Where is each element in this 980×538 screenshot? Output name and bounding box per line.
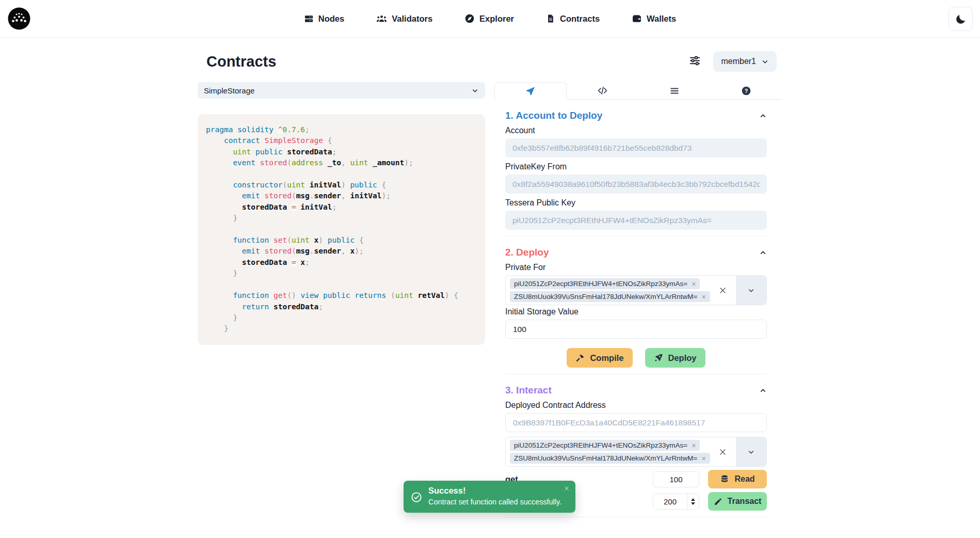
tag-label: piU2051ZcP2ecpt3REthHJFW4+tENOsZikRpz33y… <box>514 441 687 450</box>
nav-item-nodes[interactable]: Nodes <box>301 13 347 25</box>
page-head: Contracts member1 <box>198 51 782 72</box>
settings-sliders-button[interactable] <box>689 55 701 68</box>
nav-item-explorer[interactable]: Explorer <box>461 13 517 25</box>
nav-item-label: Validators <box>392 14 432 24</box>
theme-toggle-button[interactable] <box>949 7 973 31</box>
svg-text:?: ? <box>745 87 748 93</box>
tag-label: ZSU8mUuok39VuSnsFmHal178JdUNekw/XmYLArRn… <box>514 454 698 463</box>
private-for-tag: piU2051ZcP2ecpt3REthHJFW4+tENOsZikRpz33y… <box>510 440 700 451</box>
nav-item-contracts[interactable]: Contracts <box>543 13 603 25</box>
rocket-icon <box>654 353 663 362</box>
tab-logs[interactable] <box>638 82 711 99</box>
private-for-tag: ZSU8mUuok39VuSnsFmHal178JdUNekw/XmYLArRn… <box>510 453 710 464</box>
section-account-header: 1. Account to Deploy <box>505 110 767 121</box>
moon-icon <box>955 13 967 25</box>
initial-storage-input[interactable] <box>505 320 767 339</box>
solidity-source-code: pragma solidity ^0.7.6; contract SimpleS… <box>198 114 485 345</box>
section-deploy-title: 2. Deploy <box>505 247 549 258</box>
deployed-address-input[interactable] <box>505 413 767 432</box>
collapse-chevron-up-icon[interactable] <box>759 387 767 394</box>
nav-item-label: Explorer <box>479 14 514 24</box>
file-contract-icon <box>546 14 555 23</box>
collapse-chevron-up-icon[interactable] <box>759 112 767 120</box>
check-circle-icon <box>411 486 422 508</box>
remove-tag-icon[interactable]: × <box>702 293 706 300</box>
transact-button[interactable]: Transact <box>708 492 767 511</box>
clear-all-icon[interactable] <box>710 437 736 466</box>
tessera-key-input <box>505 211 767 230</box>
divider <box>505 517 767 517</box>
private-for-label: Private For <box>505 263 767 272</box>
deploy-button-label: Deploy <box>668 353 697 363</box>
chevron-down-icon <box>471 87 479 94</box>
privatekey-input <box>505 175 767 194</box>
transact-button-label: Transact <box>728 497 762 506</box>
clear-all-icon[interactable] <box>710 276 736 305</box>
success-toast: Success! Contract set function called su… <box>404 481 575 513</box>
tab-deploy[interactable] <box>494 82 567 100</box>
deploy-button[interactable]: Deploy <box>645 348 705 368</box>
top-nav: NodesValidatorsExplorerContractsWallets <box>0 0 980 38</box>
set-value-input[interactable] <box>653 494 687 509</box>
remove-tag-icon[interactable]: × <box>692 442 696 449</box>
private-for-tag: piU2051ZcP2ecpt3REthHJFW4+tENOsZikRpz33y… <box>510 278 700 289</box>
tag-label: ZSU8mUuok39VuSnsFmHal178JdUNekw/XmYLArRn… <box>514 293 698 301</box>
tab-code[interactable] <box>567 82 639 99</box>
wallet-icon <box>632 13 642 24</box>
remove-tag-icon[interactable]: × <box>692 280 696 288</box>
toast-message: Contract set function called successfull… <box>428 498 561 506</box>
nav-item-label: Wallets <box>647 14 676 24</box>
tessera-key-label: Tessera Public Key <box>505 198 767 208</box>
paper-plane-icon <box>525 86 535 96</box>
toast-close-icon[interactable] <box>564 485 570 492</box>
app-logo[interactable] <box>8 7 30 30</box>
code-icon <box>597 85 608 96</box>
toast-title: Success! <box>428 486 561 496</box>
divider <box>505 374 767 374</box>
collapse-chevron-up-icon[interactable] <box>759 249 767 257</box>
get-result-input[interactable] <box>653 471 699 487</box>
nav-item-label: Contracts <box>560 14 600 24</box>
member-select-value: member1 <box>721 57 756 66</box>
set-value-stepper <box>653 494 699 510</box>
dropdown-chevron-icon[interactable] <box>736 276 766 305</box>
server-icon <box>304 14 314 24</box>
read-button[interactable]: Read <box>708 470 767 488</box>
sliders-icon <box>689 55 701 67</box>
interact-private-for-multiselect[interactable]: piU2051ZcP2ecpt3REthHJFW4+tENOsZikRpz33y… <box>505 437 767 467</box>
tag-label: piU2051ZcP2ecpt3REthHJFW4+tENOsZikRpz33y… <box>514 280 687 288</box>
page-title: Contracts <box>206 53 276 70</box>
section-account-title: 1. Account to Deploy <box>505 110 602 121</box>
chevron-down-icon <box>761 58 769 66</box>
compile-button[interactable]: Compile <box>567 348 632 368</box>
contract-select[interactable]: SimpleStorage <box>198 82 485 99</box>
nav-item-validators[interactable]: Validators <box>373 13 436 25</box>
initial-storage-label: Initial Storage Value <box>505 307 767 317</box>
member-select[interactable]: member1 <box>713 51 777 72</box>
compile-button-label: Compile <box>590 353 623 363</box>
pencil-icon <box>714 497 722 506</box>
account-input <box>505 138 767 157</box>
private-for-tag: ZSU8mUuok39VuSnsFmHal178JdUNekw/XmYLArRn… <box>510 291 710 302</box>
private-for-multiselect[interactable]: piU2051ZcP2ecpt3REthHJFW4+tENOsZikRpz33y… <box>505 275 767 305</box>
read-button-label: Read <box>734 474 754 484</box>
dropdown-chevron-icon[interactable] <box>736 437 766 466</box>
list-icon <box>669 86 680 96</box>
contract-select-value: SimpleStorage <box>204 86 254 95</box>
compass-icon <box>464 13 475 24</box>
number-spinner[interactable] <box>687 494 699 509</box>
tab-bar: ? <box>494 82 782 100</box>
nav-item-label: Nodes <box>318 14 344 24</box>
privatekey-label: PrivateKey From <box>505 162 767 171</box>
remove-tag-icon[interactable]: × <box>702 455 706 462</box>
question-icon: ? <box>741 86 751 96</box>
users-icon <box>376 13 387 24</box>
deployed-address-label: Deployed Contract Address <box>505 401 767 410</box>
database-icon <box>720 474 729 484</box>
hammer-icon <box>575 353 585 362</box>
tab-help[interactable]: ? <box>711 82 783 99</box>
section-interact-title: 3. Interact <box>505 385 552 396</box>
nav-item-wallets[interactable]: Wallets <box>629 13 679 25</box>
section-interact-header: 3. Interact <box>505 385 767 396</box>
section-deploy-header: 2. Deploy <box>505 247 767 258</box>
